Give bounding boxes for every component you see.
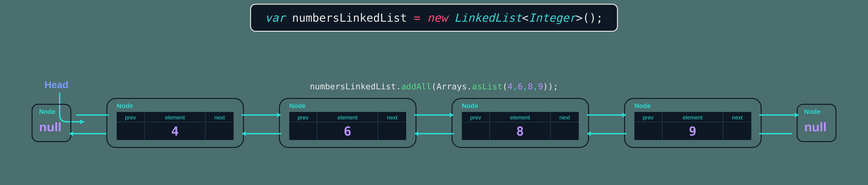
node-tag: Node: [117, 102, 234, 110]
arrow-right-icon: [414, 110, 454, 120]
col-element: element: [145, 112, 205, 122]
type-integer: Integer: [529, 11, 576, 24]
col-prev: prev: [289, 112, 317, 122]
node-2: Node prev element8 next: [452, 98, 589, 148]
arrow-left-icon: [414, 129, 454, 138]
col-element: element: [490, 112, 550, 122]
arrow-gap: [762, 102, 797, 144]
arrow-left-icon: [759, 129, 799, 138]
node-tag: Node: [39, 108, 64, 115]
col-next: next: [551, 112, 579, 122]
keyword-var: var: [265, 11, 285, 24]
col-next: next: [723, 112, 751, 122]
angle-open: <: [522, 11, 529, 24]
arrow-right-icon: [69, 110, 109, 120]
null-text: null: [39, 120, 64, 134]
linked-list-diagram: Node null Node prev element4 next Node p…: [0, 98, 868, 148]
node-1: Node prev element6 next: [279, 98, 416, 148]
method-addall: addAll: [401, 82, 431, 91]
type-linkedlist: LinkedList: [454, 11, 522, 24]
node-0: Node prev element4 next: [106, 98, 244, 148]
null-right: Node null: [797, 104, 836, 142]
null-left: Node null: [32, 104, 71, 142]
arrow-right-icon: [759, 110, 799, 120]
arrow-gap: [589, 102, 624, 144]
equals: =: [414, 11, 421, 24]
arrow-gap: [416, 102, 452, 144]
col-prev: prev: [117, 112, 144, 122]
node-tag: Node: [289, 102, 406, 110]
node-table: prev element8 next: [462, 112, 579, 140]
parens-semi: ();: [583, 11, 603, 24]
col-prev: prev: [462, 112, 489, 122]
node-value: 4: [171, 122, 179, 140]
keyword-new: new: [427, 11, 447, 24]
arrow-left-icon: [242, 129, 281, 138]
arrow-left-icon: [587, 129, 626, 138]
arrow-gap: [244, 102, 279, 144]
arrow-left-icon: [69, 129, 109, 138]
node-value: 9: [689, 122, 696, 140]
null-text: null: [804, 120, 829, 134]
method-aslist: asList: [472, 82, 502, 91]
node-table: prev element6 next: [289, 112, 406, 140]
col-element: element: [662, 112, 723, 122]
method-call: numbersLinkedList.addAll(Arrays.asList(4…: [310, 82, 558, 91]
col-element: element: [317, 112, 378, 122]
node-tag: Node: [804, 108, 829, 115]
head-label: Head: [44, 79, 68, 90]
node-tag: Node: [462, 102, 579, 110]
identifier: numbersLinkedList: [292, 11, 414, 24]
node-value: 8: [516, 122, 524, 140]
angle-close: >: [576, 11, 583, 24]
col-next: next: [378, 112, 406, 122]
arrow-right-icon: [242, 110, 281, 120]
col-next: next: [206, 112, 234, 122]
node-table: prev element9 next: [634, 112, 751, 140]
col-prev: prev: [634, 112, 662, 122]
node-value: 6: [344, 122, 351, 140]
code-declaration: var numbersLinkedList = new LinkedList<I…: [250, 4, 618, 32]
arrow-gap: [71, 102, 106, 144]
node-3: Node prev element9 next: [624, 98, 762, 148]
node-tag: Node: [634, 102, 751, 110]
node-table: prev element4 next: [117, 112, 234, 140]
arrow-right-icon: [587, 110, 626, 120]
